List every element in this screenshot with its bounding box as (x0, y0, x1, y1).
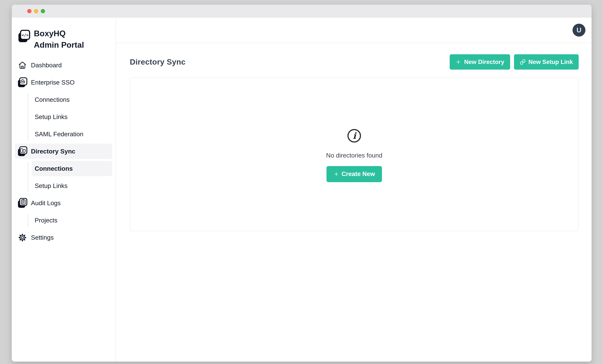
new-directory-button[interactable]: New Directory (450, 54, 510, 70)
close-button[interactable] (27, 9, 31, 13)
main-area: U Directory Sync New Directory (116, 18, 591, 362)
clipboard-icon (17, 198, 27, 209)
sidebar-item-dashboard[interactable]: Dashboard (15, 57, 112, 73)
avatar[interactable]: U (572, 24, 585, 37)
new-setup-link-button[interactable]: New Setup Link (514, 54, 579, 70)
sso-cloud-key-icon (17, 77, 27, 88)
sidebar-nav: Dashboard Enterprise SSO (12, 57, 116, 245)
app-layout: </> BoxyHQ Admin Portal Dashboard (12, 18, 591, 362)
folder-sync-icon (17, 146, 27, 157)
sidebar-subgroup-audit-logs: Projects (12, 213, 116, 228)
button-label: New Directory (464, 59, 504, 65)
svg-text:i: i (353, 131, 357, 141)
top-header: U (116, 18, 591, 43)
sidebar-item-dsync-setup-links[interactable]: Setup Links (32, 178, 112, 193)
sidebar-item-settings[interactable]: Settings (15, 230, 112, 245)
home-icon (17, 61, 27, 70)
sidebar-item-label: Setup Links (35, 113, 68, 121)
sidebar-item-audit-logs[interactable]: Audit Logs (15, 195, 112, 211)
create-new-button[interactable]: Create New (326, 166, 382, 182)
sidebar: </> BoxyHQ Admin Portal Dashboard (12, 18, 116, 362)
sidebar-item-sso-connections[interactable]: Connections (32, 92, 112, 107)
sidebar-item-label: Projects (35, 217, 58, 224)
app-window: </> BoxyHQ Admin Portal Dashboard (12, 5, 591, 362)
plus-icon (455, 59, 461, 65)
link-icon (520, 59, 526, 65)
plus-icon (334, 171, 339, 177)
page-title: Directory Sync (130, 57, 186, 66)
minimize-button[interactable] (34, 9, 38, 13)
sidebar-item-sso-setup-links[interactable]: Setup Links (32, 109, 112, 124)
sidebar-item-label: Connections (35, 96, 70, 103)
app-logo: </> BoxyHQ Admin Portal (18, 28, 112, 51)
empty-state-card: i No directories found Create New (130, 77, 579, 231)
button-label: Create New (342, 171, 375, 177)
sidebar-item-directory-sync[interactable]: Directory Sync (15, 144, 112, 159)
sidebar-item-label: SAML Federation (35, 131, 83, 138)
sidebar-subgroup-sso: Connections Setup Links SAML Federation (12, 92, 116, 142)
sidebar-item-label: Audit Logs (31, 199, 61, 207)
sidebar-item-label: Directory Sync (31, 148, 75, 155)
sidebar-item-label: Dashboard (31, 62, 62, 69)
sidebar-item-dsync-connections[interactable]: Connections (32, 161, 112, 176)
sidebar-item-label: Setup Links (35, 182, 68, 189)
svg-text:</>: </> (22, 33, 29, 38)
avatar-initial: U (577, 26, 581, 34)
sidebar-item-label: Connections (35, 165, 73, 172)
page-content: Directory Sync New Directory (116, 43, 591, 231)
gear-icon (17, 233, 27, 242)
zoom-button[interactable] (41, 9, 45, 13)
info-icon: i (347, 128, 362, 143)
sidebar-item-enterprise-sso[interactable]: Enterprise SSO (15, 75, 112, 90)
window-titlebar (12, 5, 591, 18)
sidebar-item-label: Settings (31, 234, 54, 241)
sidebar-item-projects[interactable]: Projects (32, 213, 112, 228)
page-header-row: Directory Sync New Directory (130, 54, 579, 70)
empty-state-message: No directories found (326, 152, 382, 159)
sidebar-item-saml-federation[interactable]: SAML Federation (32, 126, 112, 142)
boxyhq-logo-icon: </> (18, 30, 30, 51)
page-actions: New Directory New Setup Link (450, 54, 579, 70)
button-label: New Setup Link (529, 59, 573, 65)
sidebar-item-label: Enterprise SSO (31, 79, 75, 86)
app-title: BoxyHQ Admin Portal (34, 28, 92, 51)
sidebar-subgroup-directory-sync: Connections Setup Links (12, 161, 116, 193)
